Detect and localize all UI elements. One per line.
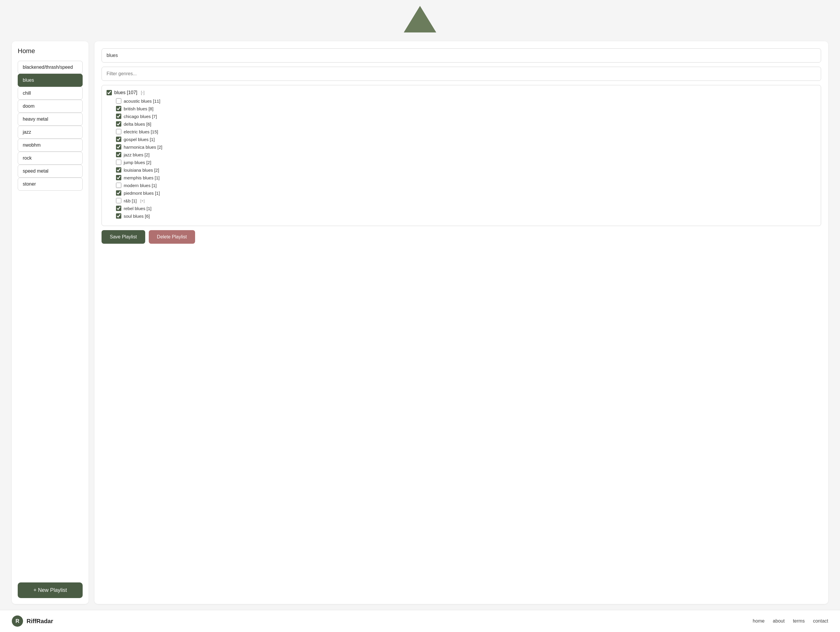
sidebar-item-blackened[interactable]: blackened/thrash/speed — [18, 61, 83, 74]
logo-area — [0, 0, 840, 35]
sidebar-item-speed-metal[interactable]: speed metal — [18, 165, 83, 178]
sidebar-item-doom[interactable]: doom — [18, 100, 83, 113]
genre-child-label-british-blues: british blues [8] — [124, 106, 153, 111]
genre-child-row-british-blues: british blues [8] — [116, 106, 816, 111]
genre-child-row-electric-blues: electric blues [15] — [116, 129, 816, 134]
genre-checkbox-louisiana-blues[interactable] — [116, 167, 121, 173]
genre-checkbox-delta-blues[interactable] — [116, 121, 121, 126]
genre-parent-label-blues: blues [107] — [114, 90, 137, 95]
genre-checkbox-piedmont-blues[interactable] — [116, 190, 121, 195]
genre-child-label-louisiana-blues: louisiana blues [2] — [124, 168, 159, 173]
filter-genres-input[interactable] — [101, 67, 821, 81]
footer-brand-name: RiffRadar — [27, 618, 53, 625]
genre-checkbox-electric-blues[interactable] — [116, 129, 121, 134]
genre-children-blues: acoustic blues [11]british blues [8]chic… — [116, 98, 816, 219]
genre-child-row-chicago-blues: chicago blues [7] — [116, 113, 816, 119]
genre-child-row-piedmont-blues: piedmont blues [1] — [116, 190, 816, 195]
save-playlist-button[interactable]: Save Playlist — [101, 230, 145, 244]
genre-child-label-gospel-blues: gospel blues [1] — [124, 137, 155, 142]
footer-nav: homeabouttermscontact — [753, 618, 828, 624]
sidebar: Home blackened/thrash/speedblueschilldoo… — [12, 41, 88, 604]
footer-logo-icon: R — [12, 615, 23, 627]
genre-child-label-rnb: r&b [1] — [124, 198, 137, 203]
genre-checkbox-jazz-blues[interactable] — [116, 152, 121, 157]
genre-child-row-acoustic-blues: acoustic blues [11] — [116, 98, 816, 104]
genre-child-label-chicago-blues: chicago blues [7] — [124, 114, 157, 119]
footer: R RiffRadar homeabouttermscontact — [0, 610, 840, 632]
genre-child-label-harmonica-blues: harmonica blues [2] — [124, 145, 162, 150]
sidebar-item-heavy-metal[interactable]: heavy metal — [18, 113, 83, 126]
genre-checkbox-jump-blues[interactable] — [116, 160, 121, 165]
genre-child-row-rebel-blues: rebel blues [1] — [116, 206, 816, 211]
genre-child-row-soul-blues: soul blues [6] — [116, 213, 816, 219]
genre-child-row-gospel-blues: gospel blues [1] — [116, 137, 816, 142]
sidebar-item-stoner[interactable]: stoner — [18, 178, 83, 191]
new-playlist-button[interactable]: + New Playlist — [18, 582, 83, 598]
genre-checkbox-rnb[interactable] — [116, 198, 121, 203]
playlist-list: blackened/thrash/speedblueschilldoomheav… — [18, 61, 83, 191]
genre-checkbox-british-blues[interactable] — [116, 106, 121, 111]
genre-parent-row-blues: blues [107] [-] — [107, 90, 816, 95]
genre-checkbox-acoustic-blues[interactable] — [116, 98, 121, 104]
sidebar-item-rock[interactable]: rock — [18, 152, 83, 165]
genre-child-row-rnb: r&b [1] [+] — [116, 198, 816, 203]
sidebar-item-blues[interactable]: blues — [18, 74, 83, 87]
genre-child-label-modern-blues: modern blues [1] — [124, 183, 157, 188]
sidebar-item-chill[interactable]: chill — [18, 87, 83, 100]
footer-nav-home[interactable]: home — [753, 618, 764, 624]
genre-checkbox-memphis-blues[interactable] — [116, 175, 121, 180]
home-title: Home — [18, 47, 83, 55]
genre-child-label-rebel-blues: rebel blues [1] — [124, 206, 152, 211]
genre-child-label-jazz-blues: jazz blues [2] — [124, 152, 150, 157]
genre-checkbox-soul-blues[interactable] — [116, 213, 121, 219]
sidebar-item-nwobhm[interactable]: nwobhm — [18, 139, 83, 152]
genre-checkbox-rebel-blues[interactable] — [116, 206, 121, 211]
genre-child-label-jump-blues: jump blues [2] — [124, 160, 151, 165]
footer-nav-terms[interactable]: terms — [793, 618, 805, 624]
triangle-logo-icon — [404, 6, 436, 33]
genre-expand-btn-rnb[interactable]: [+] — [140, 199, 145, 203]
right-panel: blues [107] [-]acoustic blues [11]britis… — [95, 41, 828, 604]
delete-playlist-button[interactable]: Delete Playlist — [149, 230, 195, 244]
sidebar-item-jazz[interactable]: jazz — [18, 126, 83, 139]
footer-nav-contact[interactable]: contact — [813, 618, 828, 624]
footer-nav-about[interactable]: about — [773, 618, 785, 624]
genre-child-label-acoustic-blues: acoustic blues [11] — [124, 99, 160, 104]
genre-list: blues [107] [-]acoustic blues [11]britis… — [101, 85, 821, 226]
genre-child-row-harmonica-blues: harmonica blues [2] — [116, 144, 816, 150]
genre-checkbox-harmonica-blues[interactable] — [116, 144, 121, 150]
genre-checkbox-modern-blues[interactable] — [116, 183, 121, 188]
genre-child-row-jump-blues: jump blues [2] — [116, 160, 816, 165]
playlist-name-input[interactable] — [101, 48, 821, 63]
genre-child-label-piedmont-blues: piedmont blues [1] — [124, 191, 160, 195]
genre-child-row-delta-blues: delta blues [6] — [116, 121, 816, 126]
genre-child-label-electric-blues: electric blues [15] — [124, 129, 158, 134]
genre-checkbox-chicago-blues[interactable] — [116, 113, 121, 119]
genre-child-row-memphis-blues: memphis blues [1] — [116, 175, 816, 180]
footer-brand: R RiffRadar — [12, 615, 53, 627]
genre-child-row-jazz-blues: jazz blues [2] — [116, 152, 816, 157]
genre-child-row-modern-blues: modern blues [1] — [116, 183, 816, 188]
genre-child-label-soul-blues: soul blues [6] — [124, 214, 150, 219]
genre-parent-blues: blues [107] [-]acoustic blues [11]britis… — [107, 90, 816, 219]
genre-collapse-btn-blues[interactable]: [-] — [141, 90, 144, 95]
genre-checkbox-blues[interactable] — [107, 90, 112, 95]
genre-child-label-delta-blues: delta blues [6] — [124, 121, 151, 126]
genre-checkbox-gospel-blues[interactable] — [116, 137, 121, 142]
genre-child-row-louisiana-blues: louisiana blues [2] — [116, 167, 816, 173]
action-buttons: Save Playlist Delete Playlist — [101, 230, 821, 244]
genre-child-label-memphis-blues: memphis blues [1] — [124, 175, 159, 180]
